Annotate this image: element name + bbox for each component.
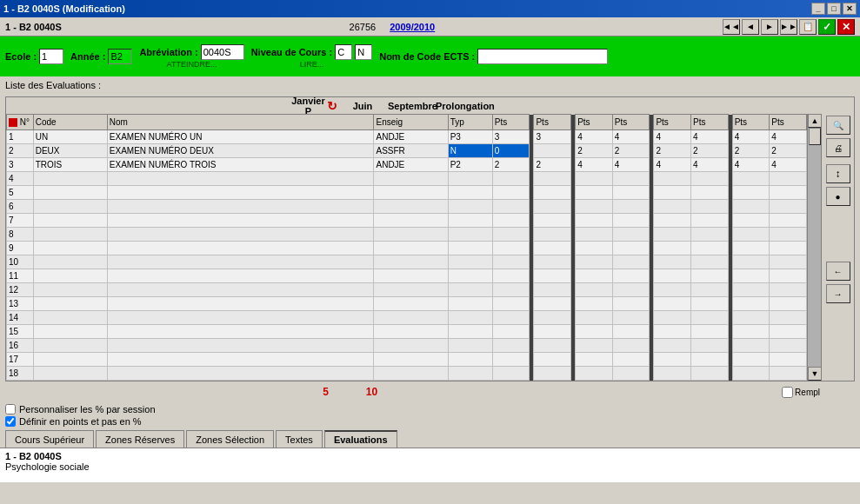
th-pts6: Pts [690, 115, 728, 130]
niveau-n-input[interactable] [355, 44, 372, 60]
scroll-down-button[interactable]: ▼ [808, 367, 822, 381]
title-bar: 1 - B2 0040S (Modification) _ □ ✕ [0, 0, 860, 17]
th-pts1: Pts [492, 115, 530, 130]
table-row[interactable]: 17 [7, 353, 807, 367]
ecole-label: Ecole : [5, 51, 37, 62]
form-bar: Ecole : Année : Abréviation : ATTEINDRE.… [0, 36, 860, 76]
session-juin: Juin [340, 101, 385, 111]
nav-copy-button[interactable]: 📋 [799, 19, 817, 35]
table-row[interactable]: 15 [7, 325, 807, 339]
nav-next-button[interactable]: ► [761, 19, 778, 35]
year-link[interactable]: 2009/2010 [390, 22, 435, 32]
abrev-input[interactable] [201, 44, 244, 60]
niveau-label: Niveau de Cours : [251, 47, 333, 57]
table-row[interactable]: 11 [7, 269, 807, 283]
tab-cours-superieur[interactable]: Cours Supérieur [5, 430, 94, 448]
session-septembre: Septembre [388, 101, 433, 111]
right-panel: 🔍 🖨 ↕ ● ← → [821, 114, 854, 381]
abrev-field-col: Abréviation : ATTEINDRE... [139, 44, 243, 69]
th-pts8: Pts [770, 115, 807, 130]
table-row[interactable]: 14 [7, 311, 807, 325]
arrow-right-button[interactable]: → [826, 284, 850, 303]
table-scroll: N° Code Nom Enseig Typ Pts Pts Pts Pts P [6, 114, 807, 381]
personnaliser-label: Personnaliser les % par session [19, 404, 156, 414]
search-button[interactable]: 🔍 [826, 116, 850, 135]
refresh-icon[interactable]: ↻ [327, 99, 337, 113]
section-title: Liste des Evaluations : [5, 80, 855, 90]
session-headers: Janvier P ↻ Juin Septembre Prolongation [5, 96, 855, 114]
th-pts3: Pts [576, 115, 613, 130]
content-area: Liste des Evaluations : [0, 76, 860, 96]
scroll-thumb[interactable] [809, 128, 821, 145]
th-enseig: Enseig [374, 115, 448, 130]
title-text: 1 - B2 0040S (Modification) [3, 3, 125, 14]
nom-ects-field: Nom de Code ECTS : [379, 49, 608, 64]
tab-textes[interactable]: Textes [276, 430, 323, 448]
menu-left-label: 1 - B2 0040S [5, 22, 62, 32]
status-bar: 1 - B2 0040S Psychologie sociale [0, 448, 860, 482]
tab-zones-selection[interactable]: Zones Sélection [186, 430, 274, 448]
bullet-button[interactable]: ● [826, 187, 850, 206]
maximize-button[interactable]: □ [827, 3, 841, 15]
evaluations-table: N° Code Nom Enseig Typ Pts Pts Pts Pts P [6, 114, 807, 381]
atteindre-text: ATTEINDRE... [167, 60, 217, 69]
nav-prev-button[interactable]: ◄ [742, 19, 759, 35]
table-row[interactable]: 13 [7, 297, 807, 311]
nav-first-button[interactable]: ◄◄ [723, 19, 740, 35]
rempl-area: Rempl [782, 387, 820, 398]
rempl-label: Rempl [795, 388, 820, 397]
nom-ects-input[interactable] [477, 49, 608, 64]
table-row[interactable]: 10 [7, 255, 807, 269]
table-row[interactable]: 12 [7, 283, 807, 297]
tab-evaluations[interactable]: Evaluations [324, 430, 397, 448]
rempl-checkbox[interactable] [782, 387, 793, 398]
table-row[interactable]: 5 [7, 186, 807, 200]
th-pts2: Pts [534, 115, 571, 130]
personnaliser-checkbox[interactable] [5, 404, 16, 414]
print-button[interactable]: 🖨 [826, 138, 850, 157]
scroll-track[interactable] [808, 128, 821, 367]
definir-label: Définir en points et pas en % [19, 416, 142, 427]
menu-bar: 1 - B2 0040S 26756 2009/2010 ◄◄ ◄ ► ►► 📋… [0, 17, 860, 36]
table-row[interactable]: 2DEUXEXAMEN NUMÉRO DEUXASSFRN0222222 [7, 144, 807, 158]
table-row[interactable]: 16 [7, 339, 807, 353]
annee-label: Année : [70, 51, 105, 62]
sort-button[interactable]: ↕ [826, 164, 850, 183]
arrow-left-button[interactable]: ← [826, 262, 850, 281]
table-row[interactable]: 4 [7, 172, 807, 186]
window-controls: _ □ ✕ [811, 3, 857, 15]
table-wrapper-outer: Janvier P ↻ Juin Septembre Prolongation … [5, 96, 855, 381]
table-row[interactable]: 3TROISEXAMEN NUMÉRO TROISANDJEP222444444 [7, 158, 807, 172]
niveau-c-input[interactable] [335, 44, 352, 60]
minimize-button[interactable]: _ [811, 3, 825, 15]
table-row[interactable]: 9 [7, 242, 807, 255]
th-typ: Typ [448, 115, 492, 130]
session-janvier: Janvier P ↻ [291, 96, 337, 116]
table-row[interactable]: 7 [7, 214, 807, 228]
annee-input[interactable] [108, 49, 132, 64]
ecole-input[interactable] [39, 49, 63, 64]
abrev-field: Abréviation : [139, 44, 243, 60]
table-row[interactable]: 6 [7, 200, 807, 214]
definir-checkbox[interactable] [5, 416, 16, 427]
table-row[interactable]: 18 [7, 367, 807, 381]
nav-confirm-button[interactable]: ✓ [818, 19, 836, 35]
session-prolongation: Prolongation [436, 101, 481, 111]
nav-cancel-button[interactable]: ✕ [837, 19, 855, 35]
status-line2: Psychologie sociale [5, 461, 855, 472]
scroll-up-button[interactable]: ▲ [808, 114, 822, 128]
niveau-field-col: Niveau de Cours : LIRE... [251, 44, 373, 69]
close-button[interactable]: ✕ [843, 3, 857, 15]
status-line1: 1 - B2 0040S [5, 451, 855, 461]
table-row[interactable]: 1UNEXAMEN NUMÉRO UNANDJEP333444444 [7, 130, 807, 144]
th-nom: Nom [107, 115, 374, 130]
table-container: N° Code Nom Enseig Typ Pts Pts Pts Pts P [5, 114, 855, 381]
ecole-field: Ecole : [5, 49, 63, 64]
table-body: 1UNEXAMEN NUMÉRO UNANDJEP3334444442DEUXE… [7, 130, 807, 381]
tab-zones-reserves[interactable]: Zones Réserves [96, 430, 184, 448]
abrev-label: Abréviation : [139, 47, 197, 57]
table-row[interactable]: 8 [7, 228, 807, 242]
personnaliser-row: Personnaliser les % par session [5, 404, 855, 414]
scrollbar: ▲ ▼ [807, 114, 821, 381]
nav-last-button[interactable]: ►► [780, 19, 797, 35]
